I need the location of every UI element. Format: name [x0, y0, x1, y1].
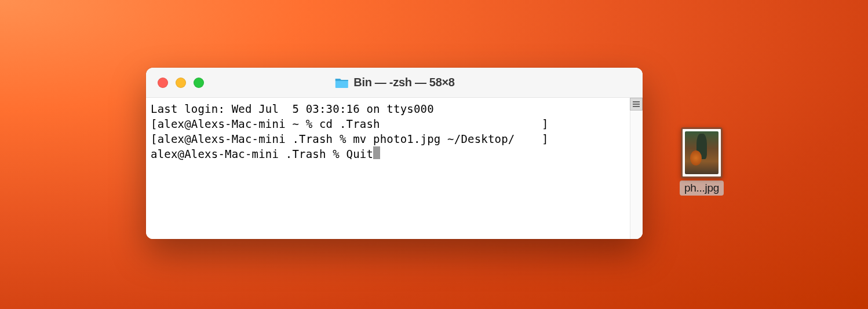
desktop-file-photo1[interactable]: ph...jpg [680, 127, 724, 196]
terminal-line: [alex@Alexs-Mac-mini .Trash % mv photo1.… [151, 131, 625, 146]
terminal-line: Last login: Wed Jul 5 03:30:16 on ttys00… [151, 101, 625, 116]
terminal-window[interactable]: Bin — -zsh — 58×8 Last login: Wed Jul 5 … [146, 68, 643, 239]
terminal-prompt-text: alex@Alexs-Mac-mini .Trash % Quit [151, 148, 373, 160]
minimize-window-button[interactable] [176, 78, 186, 88]
hamburger-icon [633, 104, 640, 105]
window-title-bar[interactable]: Bin — -zsh — 58×8 [146, 68, 643, 98]
scrollbar-track[interactable] [630, 98, 643, 239]
terminal-line: [alex@Alexs-Mac-mini ~ % cd .Trash ] [151, 116, 625, 131]
terminal-content[interactable]: Last login: Wed Jul 5 03:30:16 on ttys00… [146, 98, 630, 239]
file-thumbnail [681, 127, 723, 178]
file-label: ph...jpg [680, 181, 724, 196]
window-title-text: Bin — -zsh — 58×8 [353, 76, 454, 89]
maximize-window-button[interactable] [194, 78, 204, 88]
terminal-body: Last login: Wed Jul 5 03:30:16 on ttys00… [146, 98, 643, 239]
folder-icon [334, 76, 349, 89]
photo-preview-icon [685, 131, 719, 174]
window-title-content: Bin — -zsh — 58×8 [334, 76, 454, 89]
close-window-button[interactable] [158, 78, 168, 88]
terminal-line: alex@Alexs-Mac-mini .Trash % Quit [151, 146, 625, 161]
scrollbar-button[interactable] [630, 98, 643, 111]
terminal-cursor [373, 146, 380, 159]
traffic-lights-group [146, 78, 204, 88]
